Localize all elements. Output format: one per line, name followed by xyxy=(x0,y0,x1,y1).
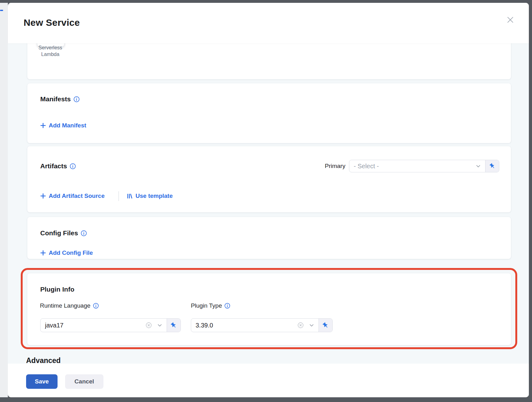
artifacts-card xyxy=(27,146,511,212)
link-divider xyxy=(119,191,119,201)
config-files-section-title: Config Files xyxy=(40,229,87,237)
plugin-type-label: Plugin Type xyxy=(191,302,230,309)
serverless-lambda-label: Serverless Lambda xyxy=(35,44,66,58)
chevron-down-icon[interactable] xyxy=(157,322,163,328)
modal-header xyxy=(8,3,529,43)
background-fragment xyxy=(0,10,3,11)
pin-icon xyxy=(322,322,329,329)
add-artifact-source-button[interactable]: Add Artifact Source xyxy=(40,193,105,199)
pin-runtime-input-button[interactable] xyxy=(485,160,499,172)
chevron-down-icon[interactable] xyxy=(475,163,481,169)
info-icon[interactable] xyxy=(74,96,80,102)
modal-title: New Service xyxy=(24,17,80,28)
primary-artifact-select[interactable]: - Select - xyxy=(349,160,499,172)
screenshot-root: Serverless Lambda Manifests Add Manifest… xyxy=(0,0,532,402)
add-manifest-button[interactable]: Add Manifest xyxy=(40,122,86,129)
cancel-button[interactable]: Cancel xyxy=(65,374,103,389)
artifacts-section-title: Artifacts xyxy=(40,162,76,170)
plugin-info-section-title: Plugin Info xyxy=(40,286,74,293)
manifests-section-title: Manifests xyxy=(40,95,80,103)
primary-artifact-placeholder: - Select - xyxy=(354,163,471,170)
use-template-button[interactable]: Use template xyxy=(127,193,173,199)
config-files-card xyxy=(27,217,511,259)
pin-runtime-language-button[interactable] xyxy=(167,319,180,332)
save-button[interactable]: Save xyxy=(26,374,58,389)
clear-icon[interactable] xyxy=(145,322,152,329)
plugin-type-select[interactable]: 3.39.0 xyxy=(191,318,333,332)
template-icon xyxy=(127,193,133,199)
runtime-language-label: Runtime Language xyxy=(40,302,99,309)
runtime-language-value: java17 xyxy=(45,322,141,329)
chevron-down-icon[interactable] xyxy=(308,322,315,328)
plus-icon xyxy=(40,193,46,199)
info-icon[interactable] xyxy=(93,303,99,309)
info-icon[interactable] xyxy=(81,230,87,236)
primary-artifact-label: Primary xyxy=(325,163,345,170)
pin-icon xyxy=(170,322,177,329)
plugin-info-card xyxy=(27,273,511,345)
pin-plugin-type-button[interactable] xyxy=(319,319,332,332)
background-page-sliver xyxy=(0,3,8,397)
plugin-type-value: 3.39.0 xyxy=(196,322,293,329)
plus-icon xyxy=(40,123,46,128)
info-icon[interactable] xyxy=(224,303,230,309)
plus-icon xyxy=(40,250,46,256)
manifests-card xyxy=(27,83,511,143)
add-config-file-button[interactable]: Add Config File xyxy=(40,249,93,256)
pin-icon xyxy=(489,163,496,169)
close-icon[interactable] xyxy=(504,14,516,26)
runtime-language-select[interactable]: java17 xyxy=(40,318,181,332)
clear-icon[interactable] xyxy=(297,322,304,329)
info-icon[interactable] xyxy=(70,163,76,169)
